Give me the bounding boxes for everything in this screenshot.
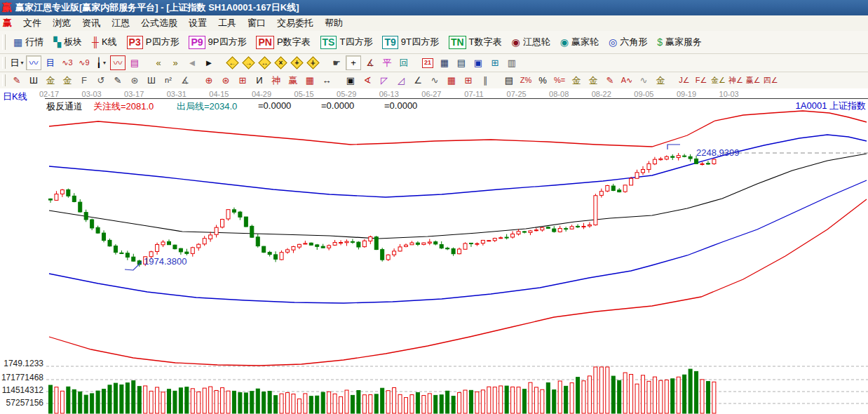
gann-lines-icon[interactable]: Ш	[26, 73, 41, 88]
ying-angle-icon[interactable]: 赢∠	[745, 73, 761, 88]
sectors-button[interactable]: ▚板块	[48, 34, 87, 50]
menu-item[interactable]: 交易委托	[271, 15, 319, 31]
menu-item[interactable]: 设置	[183, 15, 212, 31]
zigzag-icon[interactable]: ∿	[427, 73, 442, 88]
zoom-plus-diamond-icon[interactable]: +	[290, 56, 304, 69]
info-panel-icon[interactable]: 目	[43, 55, 58, 70]
gann-wheel-button[interactable]: ◉江恩轮	[507, 34, 555, 50]
menu-item[interactable]: 江恩	[106, 15, 135, 31]
width-arrows-icon[interactable]: ↔	[319, 73, 334, 88]
menu-item[interactable]: 文件	[18, 15, 47, 31]
save-icon[interactable]: ▣	[470, 55, 486, 70]
grid-axis-icon[interactable]: ⊞	[461, 73, 476, 88]
scale-table-icon[interactable]: ▤	[501, 73, 517, 88]
shen-angle-icon[interactable]: 神∠	[728, 73, 744, 88]
gold-circle-icon[interactable]: 金	[569, 73, 584, 88]
f-grid-icon[interactable]: F	[76, 73, 92, 88]
period-selector-icon[interactable]: 日▾	[9, 55, 25, 70]
menu-item[interactable]: 帮助	[319, 15, 348, 31]
symbol-label[interactable]: 1A0001 上证指数	[796, 100, 866, 112]
percent-icon[interactable]: %	[535, 73, 550, 88]
web-square-icon[interactable]: ⊞	[235, 73, 250, 88]
si-angle-icon[interactable]: 四∠	[763, 73, 779, 88]
zoom-all-diamond-icon[interactable]: ∔	[306, 56, 320, 69]
angle-mirror-icon[interactable]: ∡	[177, 73, 193, 88]
toolbar-grip[interactable]	[2, 74, 6, 86]
toolbar-grip[interactable]	[2, 34, 6, 50]
shen-grid-icon[interactable]: 神	[269, 73, 284, 88]
price-chart-canvas[interactable]	[0, 88, 868, 414]
angle-measure-icon[interactable]: ∡	[362, 55, 378, 70]
red-target-icon[interactable]: ⊕	[201, 73, 217, 88]
ping-tool-icon[interactable]: 平	[379, 55, 395, 70]
t-number-table-button[interactable]: TNT数字表	[444, 34, 507, 51]
toolbar-grip[interactable]	[2, 57, 6, 69]
pen-flag-icon[interactable]: ✎	[602, 73, 618, 88]
gold-grid1-icon[interactable]: 金	[43, 73, 58, 88]
period-label[interactable]: 日K线	[3, 91, 27, 103]
gold-channel-icon[interactable]: 金	[653, 73, 668, 88]
title-bar[interactable]: 赢 赢家江恩专业版[赢家内部服务平台] - [上证指数 SH1A0001-167…	[0, 0, 868, 15]
wave-gray-icon[interactable]: ∿	[636, 73, 651, 88]
spiral-icon[interactable]: ↺	[93, 73, 109, 88]
wave-a-icon[interactable]: A∿	[619, 73, 635, 88]
jump-last-icon[interactable]: »	[168, 55, 183, 70]
gold-lines-icon[interactable]: 金	[585, 73, 601, 88]
indicator-name[interactable]: 极反通道	[46, 100, 83, 113]
hand-tool-icon[interactable]: ☛	[329, 55, 344, 70]
red-net-icon[interactable]: 〰	[110, 55, 126, 70]
menu-item[interactable]: 浏览	[47, 15, 76, 31]
wave3-icon[interactable]: ∿3	[60, 55, 75, 70]
ying-grid-icon[interactable]: 赢	[285, 73, 301, 88]
scroll-right-icon[interactable]: ►	[201, 55, 217, 70]
chart-frame-icon[interactable]: ▣	[343, 73, 358, 88]
winner-service-button[interactable]: $赢家服务	[652, 34, 707, 50]
kline-button[interactable]: ╫K线	[87, 34, 122, 50]
child-window-icon[interactable]: 赢	[3, 17, 12, 29]
candle-type-icon[interactable]: ╽▾	[93, 55, 109, 70]
zoom-left-diamond-icon[interactable]: ←	[226, 56, 239, 69]
histogram-icon[interactable]: ▤	[127, 55, 142, 70]
gann-fan-icon[interactable]: ∢	[360, 73, 375, 88]
crosshair-tool-icon[interactable]: +	[346, 55, 361, 70]
draw-pencil-icon[interactable]: ✎	[9, 73, 25, 88]
parallel-lines-icon[interactable]: ∥	[477, 73, 493, 88]
hexagon-button[interactable]: ◎六角形	[604, 34, 652, 50]
gold-grid2-icon[interactable]: 金	[60, 73, 75, 88]
mark-icon[interactable]: И	[252, 73, 267, 88]
maze-tool-icon[interactable]: 回	[396, 55, 412, 70]
fan-box1-icon[interactable]: ◸	[377, 73, 392, 88]
f-angle-icon[interactable]: F∠	[693, 73, 709, 88]
t9-square-button[interactable]: T99T四方形	[377, 34, 444, 51]
workstation-icon[interactable]: ▥	[504, 55, 520, 70]
notepad-icon[interactable]: ▤	[454, 55, 469, 70]
wave9-icon[interactable]: ∿9	[76, 55, 92, 70]
zoom-x-diamond-icon[interactable]: ×	[274, 56, 287, 69]
percent-red-icon[interactable]: %=	[552, 73, 567, 88]
p-number-table-button[interactable]: PNP数字表	[251, 34, 315, 51]
angle-lines-icon[interactable]: ∠	[410, 73, 426, 88]
net-chart-icon[interactable]: 〰	[26, 55, 41, 70]
menu-item[interactable]: 公式选股	[135, 15, 183, 31]
jump-first-icon[interactable]: «	[151, 55, 166, 70]
calendar-icon[interactable]: 21	[420, 55, 435, 70]
ruler-pencil-icon[interactable]: ✎	[110, 73, 126, 88]
web-star-icon[interactable]: ⊛	[218, 73, 233, 88]
j-angle-icon[interactable]: J∠	[677, 73, 692, 88]
time-lines-icon[interactable]: Ш	[144, 73, 159, 88]
p-square-button[interactable]: P3P四方形	[122, 34, 184, 51]
menu-item[interactable]: 资讯	[76, 15, 106, 31]
gann-circle-icon[interactable]: ⊛	[127, 73, 142, 88]
scroll-left-icon[interactable]: ◄	[184, 55, 200, 70]
share-icon[interactable]: ⊞	[487, 55, 503, 70]
n-square-icon[interactable]: n²	[161, 73, 176, 88]
red-grid-icon[interactable]: ▦	[444, 73, 459, 88]
grid123-icon[interactable]: ▦	[302, 73, 318, 88]
calculator-icon[interactable]: ▦	[437, 55, 452, 70]
winner-wheel-button[interactable]: ◉赢家轮	[555, 34, 604, 50]
percent-line-icon[interactable]: Z%	[518, 73, 534, 88]
zoom-right-diamond-icon[interactable]: →	[242, 56, 255, 69]
menu-item[interactable]: 窗口	[242, 15, 271, 31]
t-square-button[interactable]: TST四方形	[316, 34, 378, 51]
zoom-h-diamond-icon[interactable]: ↔	[258, 56, 271, 69]
